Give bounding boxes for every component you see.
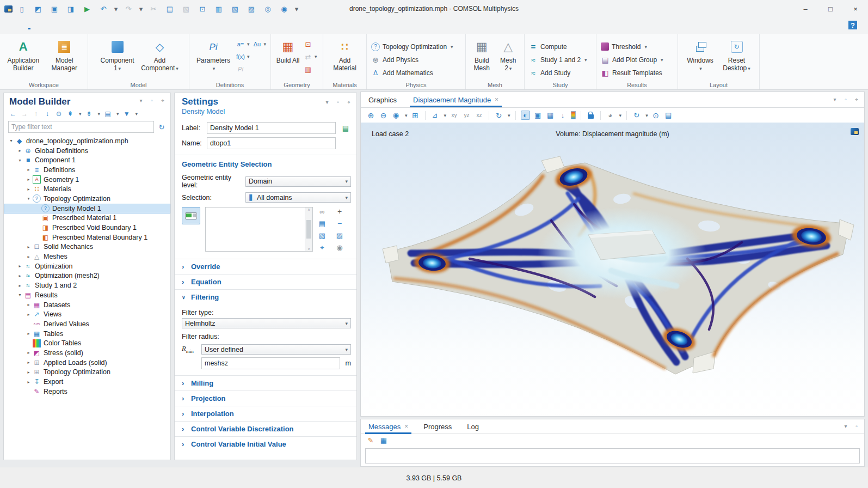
appearance-button[interactable]: ◕ (606, 111, 615, 120)
ribbon-tab[interactable] (114, 22, 127, 29)
go-to-view-button[interactable]: ⊿ (430, 111, 440, 120)
tree-expander[interactable]: ▸ (24, 187, 33, 192)
model-tree-nodes-button[interactable]: ▤ (104, 110, 112, 118)
filter-radius-input[interactable] (201, 357, 340, 369)
tree-item[interactable]: ▸ ↧ Export (4, 377, 170, 387)
ribbon-tab[interactable] (101, 22, 114, 29)
tree-expander[interactable]: ▸ (16, 273, 24, 278)
panel-float-icon[interactable]: ▫ (842, 96, 849, 103)
messages-tab[interactable]: Log × (467, 419, 479, 434)
panel-pin-icon[interactable]: ⌖ (159, 97, 166, 104)
table-message-button[interactable]: ▦ (379, 436, 388, 444)
tree-item[interactable]: ▸ ≡ Definitions (4, 165, 170, 175)
domain-selection-list[interactable]: ∧ ∨ (205, 207, 313, 252)
settings-section-filtering[interactable]: ∨ Filtering (175, 289, 356, 304)
settings-section-header[interactable]: › Override (175, 259, 356, 274)
tree-item[interactable]: ▾ ? Topology Optimization (4, 194, 170, 204)
delete-button[interactable]: ▥ (212, 2, 226, 15)
panel-menu-icon[interactable]: ▾ (324, 99, 330, 106)
result-templates-button[interactable]: ◧ Result Templates (601, 68, 673, 78)
chevron-down-icon[interactable]: ▾ (116, 111, 119, 117)
color-legend-button[interactable] (571, 111, 576, 119)
label-edit-button[interactable]: ▤ (339, 122, 352, 134)
tree-item[interactable]: 8.85 Derived Values (4, 319, 170, 329)
panel-splitter[interactable] (360, 417, 865, 419)
panel-float-icon[interactable]: ▫ (335, 99, 341, 106)
new-file-button[interactable]: ▯ (15, 2, 29, 15)
filter-type-select[interactable]: Helmholtz ▾ (182, 318, 351, 328)
graphics-viewport[interactable]: Load case 2 Volume: Displacement magnitu… (361, 123, 864, 416)
deselect-button[interactable]: ▨ (244, 2, 258, 15)
settings-section-header[interactable]: › Equation (175, 274, 356, 289)
chevron-down-icon[interactable]: ▾ (508, 113, 510, 118)
chevron-down-icon[interactable]: ▾ (645, 113, 648, 118)
graphics-tab[interactable]: Graphics × (368, 92, 397, 107)
view-yz-button[interactable]: yz (462, 111, 471, 120)
panel-pin-icon[interactable]: ⌖ (346, 99, 352, 106)
print-button[interactable]: ▤ (664, 111, 673, 120)
tree-item[interactable]: ▸ ⊟ Solid Mechanics (4, 242, 170, 252)
ribbon-tab[interactable] (36, 22, 49, 29)
help-button[interactable]: ? (847, 20, 858, 30)
transparency-button[interactable]: ▣ (533, 111, 543, 120)
tree-item[interactable]: ▾ ◆ drone_topology_optimization.mph (4, 136, 170, 146)
view-xz-button[interactable]: xz (475, 111, 484, 120)
application-builder-button[interactable]: A Application Builder (4, 37, 42, 72)
clear-selection-button[interactable]: ▨ (335, 231, 344, 240)
add-material-button[interactable]: ∷ Add Material (329, 37, 361, 72)
back-button[interactable]: ← (9, 110, 17, 118)
undo-button[interactable]: ↶ (96, 2, 110, 15)
chevron-down-icon[interactable]: ▾ (98, 111, 101, 117)
minimize-button[interactable]: – (793, 0, 818, 17)
show-button[interactable]: ⊙ (55, 110, 63, 118)
ribbon-tab[interactable] (10, 22, 23, 29)
tree-expander[interactable]: ▸ (16, 148, 24, 153)
zoom-box-button[interactable]: ◉ (391, 111, 401, 120)
plot-in-window-button[interactable]: ↓ (558, 111, 568, 120)
copy-button[interactable]: ▤ (163, 2, 177, 15)
save-preview-button[interactable]: ◨ (64, 2, 78, 15)
tree-item[interactable]: ▸ ▦ Datasets (4, 300, 170, 310)
create-selection-button[interactable]: ∞ (318, 207, 327, 216)
rotate-view-button[interactable]: ↻ (494, 111, 503, 120)
close-tab-icon[interactable]: × (404, 423, 408, 430)
tree-item[interactable]: ▸ ⊞ Applied Loads (solid) (4, 358, 170, 368)
panel-menu-icon[interactable]: ▾ (832, 96, 838, 103)
tree-item[interactable]: ▸ ▦ Tables (4, 329, 170, 339)
zoom-in-button[interactable]: ⊕ (366, 111, 375, 120)
parameter-case-button[interactable]: Pi (236, 64, 250, 74)
rebuild-geometry-button[interactable]: ⇄▾ (304, 52, 317, 62)
grid-button[interactable]: ▦ (546, 111, 555, 120)
messages-tab[interactable]: Messages × (368, 419, 408, 434)
clear-messages-button[interactable]: ✎ (366, 436, 375, 444)
refresh-icon[interactable]: ↻ (157, 123, 166, 131)
hide-selection-button[interactable]: ◉ (335, 243, 344, 252)
paste-button[interactable]: ▧ (179, 2, 193, 15)
chevron-down-icon[interactable]: ▾ (79, 111, 82, 117)
entity-level-select[interactable]: Domain ▾ (245, 176, 351, 187)
add-study-button[interactable]: ≈ Add Study (529, 68, 592, 78)
close-button[interactable]: × (843, 0, 868, 17)
tree-item[interactable]: ▸ △ Meshes (4, 252, 170, 261)
scroll-down-icon[interactable]: ∨ (307, 247, 310, 251)
build-mesh-button[interactable]: ▦ Build Mesh (470, 37, 494, 72)
ribbon-tab[interactable] (127, 22, 140, 29)
tree-item[interactable]: ▸ ↗ Views (4, 309, 170, 319)
study-button[interactable]: ≈ Study 1 and 2 ▾ (529, 54, 592, 65)
zoom-selected-button[interactable]: ◉ (277, 2, 291, 15)
zoom-out-button[interactable]: ⊖ (379, 111, 388, 120)
tree-expander[interactable]: ▾ (16, 292, 24, 297)
tree-expander[interactable]: ▸ (24, 331, 33, 336)
select-button[interactable]: ▧ (228, 2, 242, 15)
compute-button[interactable]: = Compute (529, 41, 592, 52)
tree-expander[interactable]: ▾ (24, 196, 33, 201)
customize-toolbar-button[interactable]: ▾ (293, 2, 300, 15)
ribbon-tab[interactable] (88, 22, 101, 29)
settings-section-header[interactable]: › Interpolation (175, 406, 356, 421)
panel-menu-icon[interactable]: ▾ (138, 97, 144, 104)
panel-splitter[interactable] (357, 93, 360, 460)
tree-item[interactable]: ◧ Prescribed Material Boundary 1 (4, 233, 170, 242)
cut-button[interactable]: ✂ (146, 2, 161, 15)
tree-expander[interactable]: ▸ (24, 312, 33, 317)
add-mathematics-button[interactable]: Δ Add Mathematics (371, 68, 461, 78)
